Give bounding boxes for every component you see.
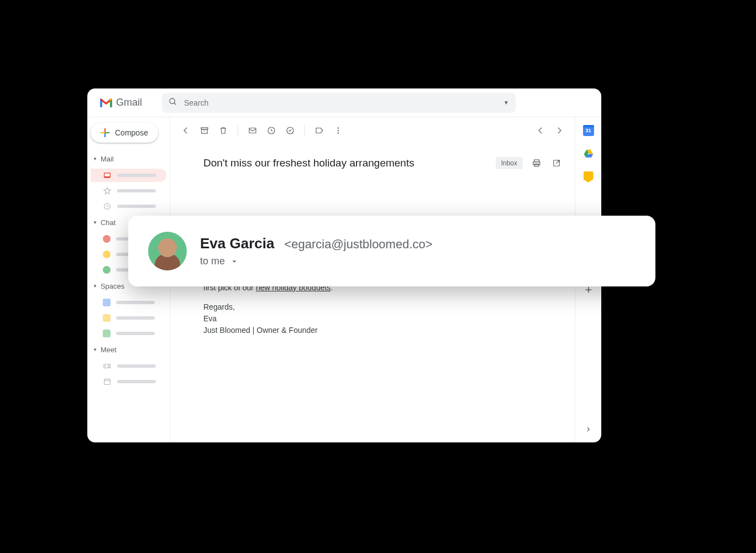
svg-point-13 xyxy=(338,127,339,128)
space-icon-green xyxy=(103,330,111,337)
toolbar xyxy=(170,117,575,144)
search-input[interactable] xyxy=(184,98,497,107)
calendar-blank-icon xyxy=(103,377,112,386)
sig-line: Eva xyxy=(203,313,561,325)
divider xyxy=(238,125,238,136)
section-mail[interactable]: ▼ Mail xyxy=(91,152,166,166)
search-icon xyxy=(169,97,177,108)
next-button[interactable] xyxy=(554,125,565,136)
chevron-down-icon xyxy=(230,258,238,265)
archive-button[interactable] xyxy=(199,125,210,136)
space-item[interactable] xyxy=(91,311,166,325)
section-meet-label: Meet xyxy=(101,346,117,354)
snooze-button[interactable] xyxy=(266,125,277,136)
meet-new[interactable] xyxy=(91,359,166,373)
collapse-panel-button[interactable]: › xyxy=(587,423,590,442)
sender-card: Eva Garcia <egarcia@justbloomed.co> to m… xyxy=(128,216,655,286)
sender-email: <egarcia@justbloomed.co> xyxy=(284,237,432,252)
label-chip[interactable]: Inbox xyxy=(496,157,523,169)
back-button[interactable] xyxy=(180,125,191,136)
caret-down-icon: ▼ xyxy=(93,284,97,289)
sig-line: Just Bloomed | Owner & Founder xyxy=(203,325,561,336)
section-mail-label: Mail xyxy=(101,155,114,163)
keep-icon[interactable] xyxy=(584,171,594,182)
placeholder xyxy=(116,316,155,320)
sidebar-item-snoozed[interactable] xyxy=(91,200,166,213)
video-plus-icon xyxy=(103,362,112,371)
inbox-icon xyxy=(103,171,112,180)
placeholder xyxy=(117,189,156,192)
add-task-button[interactable] xyxy=(285,125,296,136)
label-button[interactable] xyxy=(314,125,325,136)
drive-icon[interactable] xyxy=(583,148,594,159)
gmail-m-icon xyxy=(99,98,113,108)
placeholder xyxy=(116,332,155,335)
section-meet[interactable]: ▼ Meet xyxy=(91,342,166,357)
compose-button[interactable]: Compose xyxy=(91,123,158,143)
status-dot-red xyxy=(103,235,111,243)
sender-name: Eva Garcia xyxy=(200,235,274,252)
space-item[interactable] xyxy=(91,296,166,309)
more-button[interactable] xyxy=(333,125,344,136)
recipient-dropdown[interactable]: to me xyxy=(200,255,433,267)
compose-label: Compose xyxy=(115,128,148,137)
sidebar-item-starred[interactable] xyxy=(91,184,166,197)
space-item[interactable] xyxy=(91,327,166,340)
svg-rect-9 xyxy=(202,129,208,134)
email-subject: Don't miss our freshest holiday arrangem… xyxy=(203,157,487,169)
to-line: to me xyxy=(200,255,225,267)
gmail-text: Gmail xyxy=(116,97,142,108)
subject-row: Don't miss our freshest holiday arrangem… xyxy=(170,144,575,174)
svg-rect-18 xyxy=(534,164,539,167)
meet-join[interactable] xyxy=(91,375,166,388)
sig-line: Regards, xyxy=(203,301,561,313)
signature: Regards, Eva Just Bloomed | Owner & Foun… xyxy=(203,301,561,336)
mark-unread-button[interactable] xyxy=(247,125,258,136)
header: Gmail ▼ xyxy=(87,88,601,117)
caret-down-icon: ▼ xyxy=(93,156,97,161)
open-new-window-button[interactable] xyxy=(552,158,561,168)
placeholder xyxy=(117,174,156,177)
svg-rect-7 xyxy=(104,379,111,384)
print-button[interactable] xyxy=(532,158,542,168)
svg-marker-4 xyxy=(104,187,111,194)
space-icon-blue xyxy=(103,299,111,306)
placeholder xyxy=(116,301,155,304)
caret-down-icon: ▼ xyxy=(93,347,97,352)
search-bar[interactable]: ▼ xyxy=(162,93,516,113)
placeholder xyxy=(117,380,156,383)
status-dot-yellow xyxy=(103,251,111,258)
svg-point-15 xyxy=(338,132,339,133)
calendar-icon[interactable] xyxy=(583,125,594,136)
status-dot-green xyxy=(103,266,111,274)
placeholder xyxy=(117,205,156,208)
clock-icon xyxy=(103,202,112,211)
caret-down-icon: ▼ xyxy=(93,220,97,225)
gmail-logo[interactable]: Gmail xyxy=(94,97,142,108)
plus-icon xyxy=(101,128,109,137)
search-options-icon[interactable]: ▼ xyxy=(503,100,509,106)
divider xyxy=(305,125,305,136)
svg-rect-3 xyxy=(104,174,109,176)
sidebar-item-inbox[interactable] xyxy=(91,169,166,182)
placeholder xyxy=(117,364,156,368)
section-chat-label: Chat xyxy=(101,218,116,227)
avatar[interactable] xyxy=(148,232,187,270)
svg-point-0 xyxy=(170,98,175,103)
sender-info: Eva Garcia <egarcia@justbloomed.co> to m… xyxy=(200,235,433,267)
delete-button[interactable] xyxy=(218,125,229,136)
svg-rect-10 xyxy=(249,128,256,133)
space-icon-yellow xyxy=(103,314,111,322)
svg-line-1 xyxy=(174,103,176,105)
prev-button[interactable] xyxy=(535,125,546,136)
subject-actions xyxy=(532,158,561,168)
section-spaces-label: Spaces xyxy=(101,282,124,290)
star-icon xyxy=(103,186,112,195)
svg-point-14 xyxy=(338,130,339,131)
